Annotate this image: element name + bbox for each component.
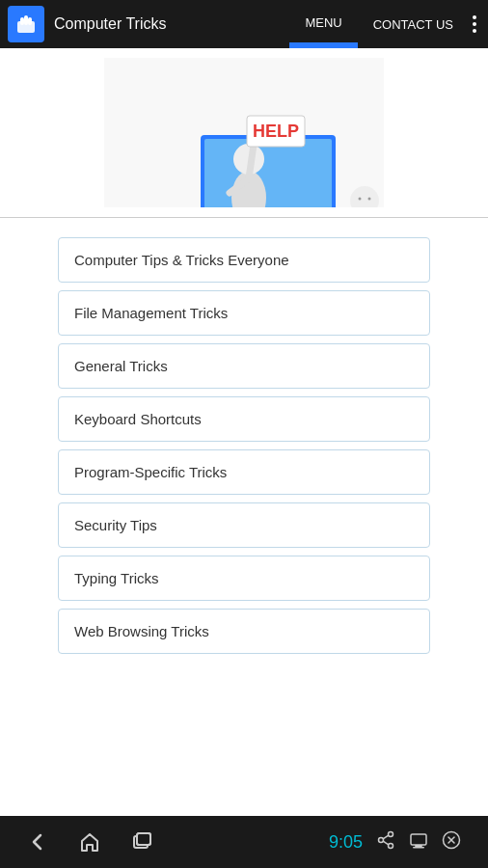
bottom-nav-icons — [27, 831, 152, 853]
svg-line-30 — [383, 835, 389, 839]
back-button[interactable] — [27, 831, 48, 853]
svg-rect-34 — [413, 847, 424, 849]
menu-item-4[interactable]: Keyboard Shortcuts — [58, 396, 430, 442]
close-icon[interactable] — [442, 830, 461, 854]
menu-item-2[interactable]: File Management Tricks — [58, 290, 430, 336]
menu-list: Computer Tips & Tricks EveryoneFile Mana… — [58, 237, 430, 654]
menu-item-8[interactable]: Web Browsing Tricks — [58, 609, 430, 654]
svg-point-29 — [389, 843, 393, 848]
hero-section: HELP — [0, 48, 488, 218]
top-nav-links: MENU CONTACT US — [289, 0, 469, 48]
svg-rect-25 — [137, 833, 150, 845]
svg-text:HELP: HELP — [253, 122, 299, 141]
menu-item-3[interactable]: General Tricks — [58, 343, 430, 389]
bottom-nav-bar: 9:05 — [0, 816, 488, 868]
nav-menu[interactable]: MENU — [289, 0, 357, 48]
menu-item-1[interactable]: Computer Tips & Tricks Everyone — [58, 237, 430, 283]
clock: 9:05 — [329, 832, 363, 853]
svg-point-27 — [389, 831, 393, 836]
cast-icon[interactable] — [409, 830, 428, 854]
more-options-button[interactable] — [469, 12, 480, 37]
share-icon[interactable] — [376, 830, 395, 854]
svg-line-12 — [249, 145, 254, 178]
svg-rect-33 — [415, 845, 422, 847]
svg-rect-32 — [411, 834, 426, 845]
svg-point-28 — [379, 837, 384, 842]
bottom-right-icons: 9:05 — [329, 830, 461, 854]
top-nav-bar: Computer Tricks MENU CONTACT US — [0, 0, 488, 48]
svg-rect-2 — [24, 15, 28, 25]
svg-point-22 — [359, 198, 362, 201]
svg-rect-1 — [20, 17, 24, 25]
menu-item-5[interactable]: Program-Specific Tricks — [58, 449, 430, 495]
menu-item-7[interactable]: Typing Tricks — [58, 556, 430, 601]
svg-rect-6 — [204, 139, 332, 207]
svg-line-31 — [383, 841, 389, 845]
svg-point-23 — [368, 198, 371, 201]
hero-image: HELP — [104, 58, 384, 207]
recents-button[interactable] — [131, 831, 152, 853]
main-content: Computer Tips & Tricks EveryoneFile Mana… — [0, 218, 488, 816]
menu-item-6[interactable]: Security Tips — [58, 502, 430, 548]
app-title: Computer Tricks — [54, 15, 289, 33]
app-icon — [8, 6, 44, 42]
home-button[interactable] — [79, 831, 100, 853]
nav-contact[interactable]: CONTACT US — [358, 0, 469, 48]
svg-rect-3 — [28, 17, 32, 25]
